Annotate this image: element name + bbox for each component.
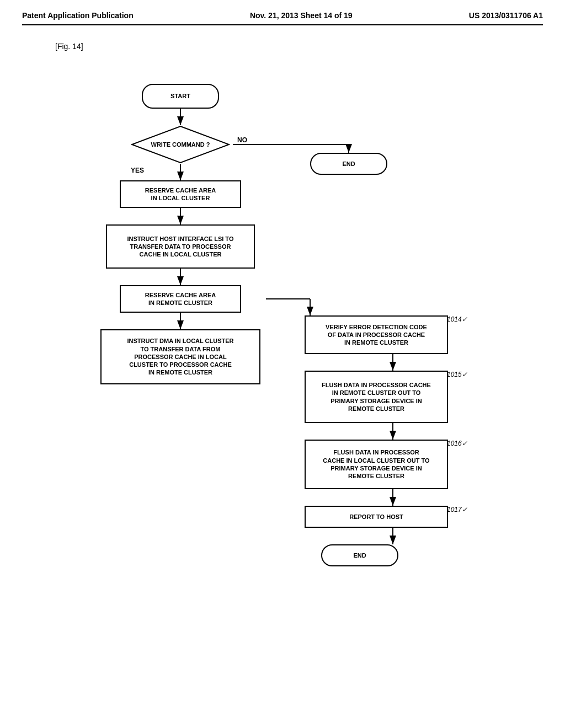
s1014-box: VERIFY ERROR DETECTION CODE OF DATA IN P… xyxy=(305,315,448,354)
start-node: START xyxy=(142,84,219,109)
header-patent-number: US 2013/0311706 A1 xyxy=(469,11,543,20)
s1010-box: RESERVE CACHE AREA IN LOCAL CLUSTER xyxy=(120,180,241,208)
s1011-box: INSTRUCT HOST INTERFACE LSI TO TRANSFER … xyxy=(106,224,255,269)
no-label: NO xyxy=(237,136,247,144)
write-command-diamond: WRITE COMMAND ? xyxy=(131,125,230,164)
s1012-box: RESERVE CACHE AREA IN REMOTE CLUSTER xyxy=(120,285,241,313)
page: Patent Application Publication Nov. 21, … xyxy=(0,0,565,728)
header-date-sheet: Nov. 21, 2013 Sheet 14 of 19 xyxy=(250,11,353,20)
s1013-box: INSTRUCT DMA IN LOCAL CLUSTER TO TRANSFE… xyxy=(100,329,260,384)
header-publication: Patent Application Publication xyxy=(22,11,134,20)
page-header: Patent Application Publication Nov. 21, … xyxy=(22,11,543,25)
s1016-box: FLUSH DATA IN PROCESSOR CACHE IN LOCAL C… xyxy=(305,440,448,489)
figure-label: [Fig. 14] xyxy=(55,42,543,51)
flowchart-diagram: START S1009✓ WRITE COMMAND ? NO YES END … xyxy=(34,62,531,668)
s1015-box: FLUSH DATA IN PROCESSOR CACHE IN REMOTE … xyxy=(305,371,448,423)
end-bottom-node: END xyxy=(321,544,398,566)
end-top-node: END xyxy=(310,153,387,175)
s1017-box: REPORT TO HOST xyxy=(305,506,448,528)
yes-label: YES xyxy=(131,167,144,174)
